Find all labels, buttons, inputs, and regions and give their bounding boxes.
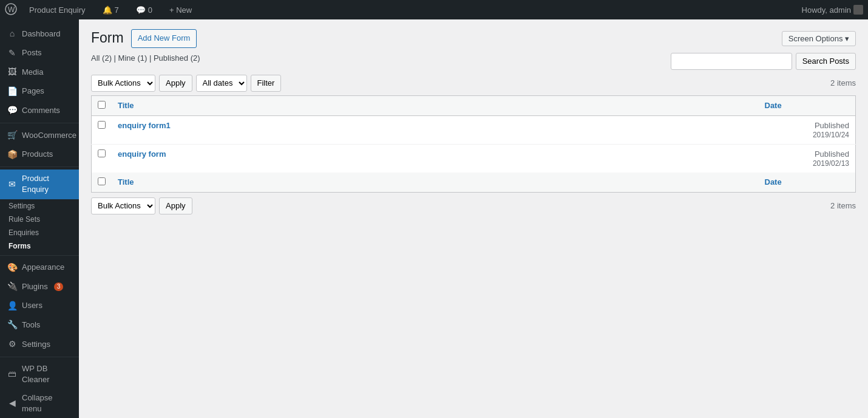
filter-published[interactable]: Published (2) <box>154 53 200 63</box>
users-icon: 👤 <box>7 300 17 312</box>
plugins-badge: 3 <box>54 283 64 291</box>
date-sort-link[interactable]: Date <box>765 101 782 110</box>
woocommerce-icon: 🛒 <box>7 129 17 142</box>
settings-icon: ⚙ <box>7 338 17 351</box>
row-title-link[interactable]: enquiry form <box>118 149 166 159</box>
row-date: 2019/10/24 <box>813 131 849 139</box>
comments-count: 7 <box>115 5 119 15</box>
search-input[interactable] <box>671 53 792 70</box>
sidebar-item-product-enquiry[interactable]: ✉ Product Enquiry <box>0 170 79 199</box>
col-header-checkbox <box>92 95 112 115</box>
tools-icon: 🔧 <box>7 319 17 331</box>
sidebar-item-label: Products <box>22 149 53 160</box>
adminbar-wp-logo[interactable]: W <box>5 3 17 17</box>
filter-all[interactable]: All (2) <box>91 53 112 63</box>
apply-button-bottom[interactable]: Apply <box>159 197 192 214</box>
sidebar-item-label: Users <box>22 300 42 311</box>
select-all-checkbox-top[interactable] <box>98 101 106 109</box>
sidebar-item-label: Settings <box>22 339 50 350</box>
collapse-icon: ◀ <box>7 397 17 409</box>
pages-icon: 📄 <box>7 86 17 98</box>
date-filter-select[interactable]: All dates <box>196 75 247 92</box>
filter-mine[interactable]: Mine (1) <box>118 53 147 63</box>
avatar[interactable] <box>853 5 863 15</box>
row-checkbox-cell <box>92 144 112 173</box>
comments-icon: 🔔 <box>103 5 112 15</box>
sidebar-item-pages[interactable]: 📄 Pages <box>0 82 79 101</box>
product-enquiry-icon: ✉ <box>7 179 17 191</box>
sidebar-item-label: Dashboard <box>22 29 61 39</box>
search-box: Search Posts <box>671 53 856 70</box>
sidebar-item-label: Collapse menu <box>22 392 72 414</box>
messages-count: 0 <box>148 5 152 15</box>
adminbar-messages[interactable]: 💬 0 <box>131 0 157 19</box>
row-title-link[interactable]: enquiry form1 <box>118 121 171 130</box>
wp-db-cleaner-icon: 🗃 <box>7 368 17 380</box>
screen-options-label: Screen Options ▾ <box>788 34 849 43</box>
sidebar-item-products[interactable]: 📦 Products <box>0 145 79 165</box>
admin-bar: W Product Enquiry 🔔 7 💬 0 + New Howdy, a… <box>0 0 868 19</box>
sidebar-item-label: Posts <box>22 47 42 58</box>
row-checkbox-cell <box>92 115 112 144</box>
submenu-item-settings[interactable]: Settings <box>0 199 79 213</box>
row-date-cell: Published 2019/02/13 <box>759 144 856 173</box>
bottom-toolbar: Bulk Actions Apply 2 items <box>91 197 856 214</box>
plugins-icon: 🔌 <box>7 281 17 293</box>
sidebar-item-label: WP DB Cleaner <box>22 363 72 385</box>
sidebar-item-settings[interactable]: ⚙ Settings <box>0 335 79 354</box>
table-body: enquiry form1 Published 2019/10/24 enqui… <box>92 115 856 173</box>
row-checkbox[interactable] <box>98 149 106 157</box>
sidebar-item-wp-db-cleaner[interactable]: 🗃 WP DB Cleaner <box>0 360 79 389</box>
sidebar-item-woocommerce[interactable]: 🛒 WooCommerce <box>0 126 79 145</box>
menu-separator-3 <box>0 255 79 256</box>
row-checkbox[interactable] <box>98 121 106 129</box>
sidebar-item-media[interactable]: 🖼 Media <box>0 63 79 82</box>
sidebar-item-appearance[interactable]: 🎨 Appearance <box>0 258 79 278</box>
sidebar-item-posts[interactable]: ✎ Posts <box>0 44 79 63</box>
sidebar-item-users[interactable]: 👤 Users <box>0 296 79 316</box>
bulk-actions-select-top[interactable]: Bulk Actions <box>91 75 155 92</box>
title-sort-link-bottom[interactable]: Title <box>118 177 134 187</box>
adminbar-right: Howdy, admin <box>802 5 863 15</box>
apply-button-top[interactable]: Apply <box>159 75 192 92</box>
adminbar-site-name[interactable]: Product Enquiry <box>24 0 90 19</box>
table-row: enquiry form1 Published 2019/10/24 <box>92 115 856 144</box>
search-posts-button[interactable]: Search Posts <box>796 53 856 70</box>
items-count-top: 2 items <box>830 78 856 87</box>
svg-text:W: W <box>8 5 15 14</box>
adminbar-howdy: Howdy, admin <box>802 5 851 15</box>
select-all-checkbox-bottom[interactable] <box>98 177 106 185</box>
table-row: enquiry form Published 2019/02/13 <box>92 144 856 173</box>
sidebar-item-comments[interactable]: 💬 Comments <box>0 101 79 120</box>
menu-separator-4 <box>0 357 79 357</box>
sidebar-item-label: Media <box>22 67 43 78</box>
col-footer-date: Date <box>759 173 856 193</box>
sidebar-item-label: Comments <box>22 105 60 116</box>
sidebar-item-dashboard[interactable]: ⌂ Dashboard <box>0 24 79 44</box>
products-icon: 📦 <box>7 149 17 161</box>
col-header-date: Date <box>759 95 856 115</box>
row-status: Published <box>815 149 849 159</box>
row-title-cell: enquiry form <box>112 144 759 173</box>
add-new-form-button[interactable]: Add New Form <box>131 29 197 48</box>
main-content: Form Add New Form Screen Options ▾ All (… <box>79 19 868 418</box>
page-title-area: Form Add New Form <box>91 29 197 48</box>
posts-icon: ✎ <box>7 47 17 60</box>
date-sort-link-bottom[interactable]: Date <box>765 177 782 187</box>
row-status: Published <box>815 121 849 130</box>
submenu-item-enquiries[interactable]: Enquiries <box>0 226 79 239</box>
sidebar-item-tools[interactable]: 🔧 Tools <box>0 315 79 335</box>
filter-links: All (2) | Mine (1) | Published (2) <box>91 53 200 63</box>
screen-options-button[interactable]: Screen Options ▾ <box>782 31 856 46</box>
sidebar-item-label: Product Enquiry <box>22 173 72 195</box>
submenu-item-forms[interactable]: Forms <box>0 239 79 253</box>
filter-button[interactable]: Filter <box>251 75 282 92</box>
adminbar-new[interactable]: + New <box>164 0 197 19</box>
title-sort-link[interactable]: Title <box>118 101 134 110</box>
submenu-item-rule-sets[interactable]: Rule Sets <box>0 213 79 226</box>
sidebar-item-collapse[interactable]: ◀ Collapse menu <box>0 389 79 418</box>
bulk-actions-select-bottom[interactable]: Bulk Actions <box>91 197 155 214</box>
forms-table: Title Date enquiry form1 Published 2019/… <box>91 95 856 193</box>
adminbar-comments[interactable]: 🔔 7 <box>98 0 124 19</box>
sidebar-item-plugins[interactable]: 🔌 Plugins 3 <box>0 277 79 296</box>
